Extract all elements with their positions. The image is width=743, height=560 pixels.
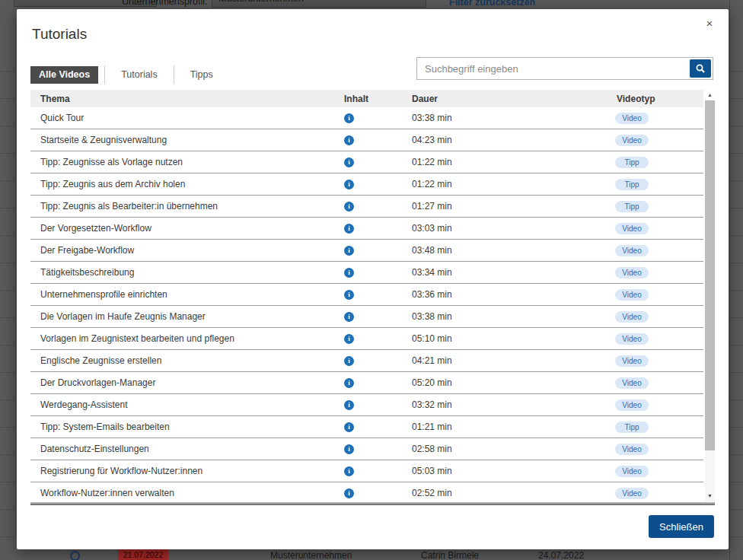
videotype-badge: Video [615,245,649,256]
search-box [416,57,713,80]
close-icon[interactable]: × [701,15,718,32]
row-duration: 05:03 min [412,466,452,476]
dialog-title: Tutorials [32,26,87,43]
scroll-up-icon[interactable]: ▲ [705,90,715,100]
info-icon[interactable]: i [344,135,354,145]
row-duration: 01:21 min [412,422,452,432]
row-duration: 04:23 min [412,135,452,145]
clock-icon [70,551,80,560]
row-topic: Englische Zeugnisse erstellen [40,355,161,366]
table-row[interactable]: Tipp: System-Emails bearbeiten i 01:21 m… [30,416,703,438]
row-duration: 03:03 min [412,223,452,234]
table-row[interactable]: Der Druckvorlagen-Manager i 05:20 min Vi… [30,372,703,394]
info-icon[interactable]: i [344,202,354,212]
company-profile-value: Musterunternehmen [218,0,304,4]
info-icon[interactable]: i [344,488,354,498]
column-header-videotyp: Videotyp [617,94,703,104]
info-icon[interactable]: i [344,422,354,432]
tab-alle-videos[interactable]: Alle Videos [30,66,98,84]
schliessen-button[interactable]: Schließen [649,515,714,538]
row-topic: Unternehmensprofile einrichten [40,289,167,300]
videotype-badge: Video [615,311,649,323]
info-icon[interactable]: i [344,113,354,123]
videotype-badge: Video [615,488,649,499]
table-row[interactable]: Datenschutz-Einstellungen i 02:58 min Vi… [30,438,703,460]
row-topic: Der Druckvorlagen-Manager [40,377,155,388]
table-row[interactable]: Tätigkeitsbeschreibung i 03:34 min Video [30,262,703,284]
table-row[interactable]: Englische Zeugnisse erstellen i 04:21 mi… [30,350,703,372]
table-row[interactable]: Unternehmensprofile einrichten i 03:36 m… [30,284,703,306]
video-filter-tabs: Alle Videos Tutorials Tipps [30,65,229,84]
info-icon[interactable]: i [344,400,354,410]
table-row[interactable]: Tipp: Zeugnis als Bearbeiter:in übernehm… [30,196,703,218]
table-row[interactable]: Registrierung für Workflow-Nutzer:innen … [30,460,703,482]
column-header-dauer: Dauer [412,94,617,104]
company-profile-select: Musterunternehmen ▾ [212,0,426,8]
row-topic: Tipp: System-Emails bearbeiten [40,422,170,432]
tab-tutorials[interactable]: Tutorials [105,66,173,84]
background-date-cell: 24.07.2022 [538,550,584,560]
info-icon[interactable]: i [344,290,354,300]
table-row[interactable]: Der Freigabe-Workflow i 03:48 min Video [30,240,703,262]
info-icon[interactable]: i [344,466,354,476]
info-icon[interactable]: i [344,268,354,278]
videotype-badge: Video [615,466,649,477]
videotype-badge: Video [615,267,649,278]
table-header-row: Thema Inhalt Dauer Videotyp [30,90,703,107]
row-topic: Workflow-Nutzer:innen verwalten [40,488,174,498]
due-date-badge: 21.07.2022 [118,549,168,560]
row-topic: Die Vorlagen im Haufe Zeugnis Manager [40,311,206,322]
row-duration: 03:38 min [412,311,452,322]
videotype-badge: Video [615,223,649,234]
table-row[interactable]: Quick Tour i 03:38 min Video [30,107,703,129]
info-icon[interactable]: i [344,356,354,366]
videotype-badge: Tipp [615,422,649,433]
row-duration: 05:10 min [412,333,452,344]
table-body: Quick Tour i 03:38 min Video Startseite … [30,107,703,502]
table-row[interactable]: Die Vorlagen im Haufe Zeugnis Manager i … [30,306,703,328]
videotype-badge: Video [615,377,649,389]
videotype-badge: Video [615,333,649,345]
scroll-down-icon[interactable]: ▼ [705,492,715,501]
row-duration: 01:22 min [412,157,452,167]
table-row[interactable]: Vorlagen im Zeugnistext bearbeiten und p… [30,328,703,350]
vertical-scrollbar[interactable]: ▲ ▼ [705,90,715,502]
background-panel-edge [729,0,730,560]
info-icon[interactable]: i [344,378,354,388]
search-icon [695,63,706,74]
table-row[interactable]: Tipp: Zeugnis aus dem Archiv holen i 01:… [30,173,703,196]
info-icon[interactable]: i [344,224,354,234]
background-company-cell: Musterunternehmen [270,550,352,560]
column-header-thema: Thema [30,94,344,104]
row-topic: Registrierung für Workflow-Nutzer:innen [40,466,202,476]
info-icon[interactable]: i [344,334,354,344]
info-icon[interactable]: i [344,158,354,167]
search-input[interactable] [417,58,688,79]
profile-label: Unternehmensprofil: [122,0,208,7]
row-topic: Werdegang-Assistent [40,399,128,410]
row-duration: 05:20 min [412,377,452,388]
table-row[interactable]: Tipp: Zeugnisse als Vorlage nutzen i 01:… [30,151,703,173]
background-person-cell: Catrin Birmele [421,550,479,560]
info-icon[interactable]: i [344,180,354,189]
row-topic: Der Vorgesetzten-Workflow [40,223,151,234]
table-row[interactable]: Werdegang-Assistent i 03:32 min Video [30,394,703,416]
tutorials-table: Thema Inhalt Dauer Videotyp Quick Tour i… [30,90,703,502]
table-row[interactable]: Startseite & Zeugnisverwaltung i 04:23 m… [30,129,703,151]
info-icon[interactable]: i [344,312,354,322]
videotype-badge: Video [615,113,649,124]
row-duration: 04:21 min [412,355,452,366]
tab-tipps[interactable]: Tipps [174,66,229,84]
scrollbar-thumb[interactable] [705,100,715,450]
table-row[interactable]: Workflow-Nutzer:innen verwalten i 02:52 … [30,482,703,502]
videotype-badge: Video [615,444,649,455]
row-duration: 03:38 min [412,113,452,123]
row-duration: 02:52 min [412,488,452,498]
table-row[interactable]: Der Vorgesetzten-Workflow i 03:03 min Vi… [30,218,703,240]
chevron-down-icon: ▾ [416,0,419,2]
row-duration: 01:22 min [412,179,452,189]
info-icon[interactable]: i [344,246,354,256]
search-button[interactable] [690,59,711,78]
videotype-badge: Video [615,289,649,301]
info-icon[interactable]: i [344,444,354,454]
